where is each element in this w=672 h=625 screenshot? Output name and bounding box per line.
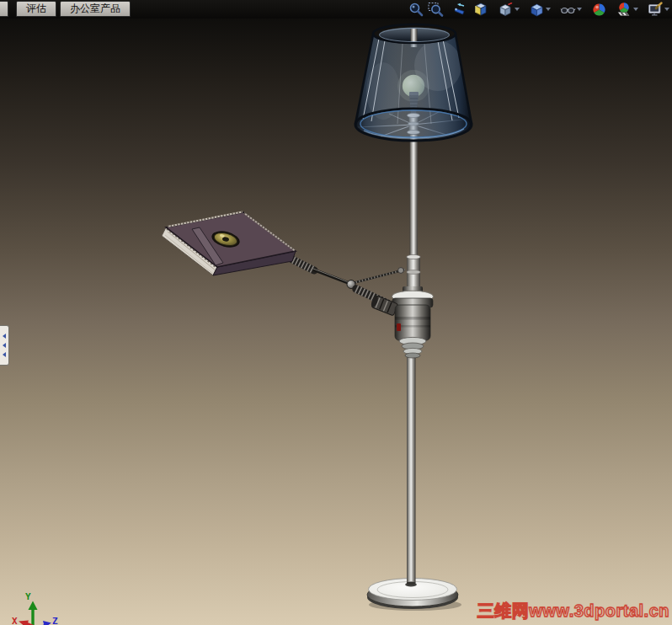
view-orientation-button[interactable] xyxy=(497,1,520,18)
realview-button[interactable] xyxy=(590,1,608,18)
left-arrow-icon xyxy=(3,343,6,348)
command-tabs: 评估 办公室产品 xyxy=(0,0,131,19)
view-settings-button[interactable] xyxy=(647,1,670,18)
triad-y-arrow xyxy=(29,601,38,611)
previous-view-button[interactable] xyxy=(452,1,470,18)
display-style-button[interactable] xyxy=(528,1,552,18)
app-window: 评估 办公室产品 xyxy=(0,0,672,625)
previous-view-icon xyxy=(453,2,469,18)
zoom-to-fit-button[interactable] xyxy=(408,1,425,18)
left-arrow-icon xyxy=(3,352,6,357)
apply-scene-button[interactable] xyxy=(616,1,639,18)
tab-evaluate[interactable]: 评估 xyxy=(16,1,56,17)
heads-up-view-toolbar xyxy=(408,0,670,19)
realview-sphere-icon xyxy=(591,2,607,18)
lamp-pole[interactable] xyxy=(407,135,420,585)
zoom-to-fit-icon xyxy=(408,2,424,18)
view-orientation-icon xyxy=(498,2,514,18)
zoom-to-area-button[interactable] xyxy=(427,1,445,18)
arm-strut[interactable] xyxy=(353,270,405,283)
section-view-icon xyxy=(472,2,488,18)
display-style-dropdown-caret xyxy=(546,8,551,11)
lamp-shade[interactable] xyxy=(355,24,472,141)
triad-x-arrow xyxy=(19,621,29,625)
triad-z-arrow xyxy=(43,621,51,625)
hide-show-items-button[interactable] xyxy=(559,1,583,18)
command-bar: 评估 办公室产品 xyxy=(0,0,672,19)
display-style-icon xyxy=(529,2,545,18)
tab-evaluate-label: 评估 xyxy=(26,2,46,16)
arm-assembly[interactable] xyxy=(287,257,405,306)
reference-triad: Y X Z xyxy=(0,581,101,625)
graphics-viewport[interactable]: Y X Z 三维网www.3dportal.cn xyxy=(0,19,672,625)
triad-y-label: Y xyxy=(25,591,31,602)
tab-office-products-label: 办公室产品 xyxy=(70,2,120,16)
watermark-text: 三维网www.3dportal.cn xyxy=(477,600,669,622)
view-settings-dropdown-caret xyxy=(664,8,669,11)
view-orientation-dropdown-caret xyxy=(515,8,520,11)
hide-show-items-icon xyxy=(560,2,576,18)
arm-rod-highlight xyxy=(313,269,349,282)
clamp-red-detail xyxy=(397,323,401,331)
book-tray[interactable] xyxy=(162,212,296,276)
model-canvas[interactable] xyxy=(0,0,672,625)
left-arrow-icon xyxy=(3,334,6,339)
apply-scene-icon xyxy=(616,2,632,18)
tab-office-products[interactable]: 办公室产品 xyxy=(60,1,131,17)
view-settings-icon xyxy=(648,2,664,18)
zoom-to-area-icon xyxy=(428,2,444,18)
clamp-joint[interactable] xyxy=(370,286,433,358)
feature-tree-expander[interactable] xyxy=(0,325,9,366)
apply-scene-dropdown-caret xyxy=(633,8,638,11)
strut-fitting xyxy=(398,268,404,274)
triad-x-label: X xyxy=(12,616,18,625)
arm-rod[interactable] xyxy=(313,270,349,283)
section-view-button[interactable] xyxy=(472,1,489,18)
triad-z-label: Z xyxy=(52,616,58,625)
hide-show-dropdown-caret xyxy=(577,8,582,11)
tab-partial[interactable] xyxy=(0,1,8,17)
